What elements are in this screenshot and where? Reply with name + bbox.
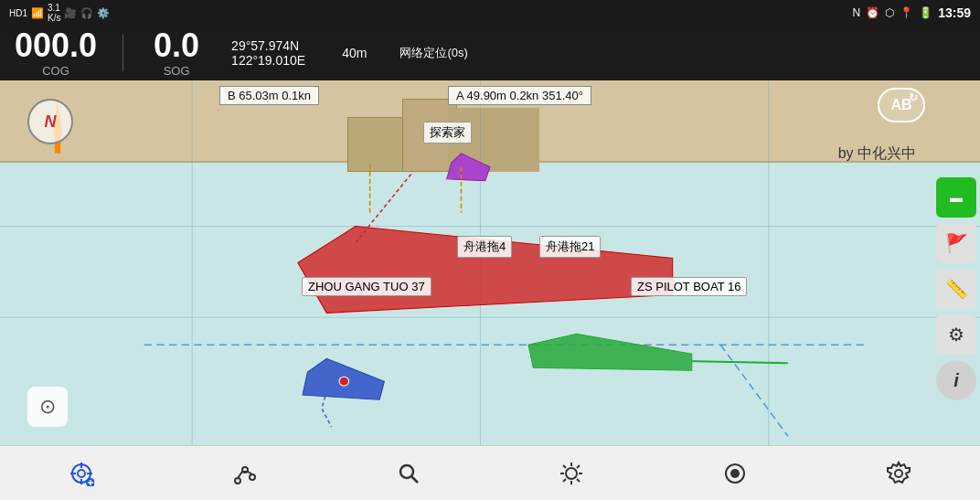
bottom-nav-record[interactable] — [704, 455, 766, 492]
longitude-display: 122°19.010E — [231, 53, 305, 68]
locate-button[interactable]: ⊙ — [27, 387, 68, 427]
svg-point-16 — [339, 377, 349, 386]
svg-line-10 — [692, 361, 788, 363]
camera-icon: 🎥 — [64, 7, 77, 19]
sog-label: SOG — [164, 64, 190, 78]
ruler-icon: 📏 — [945, 278, 968, 300]
bottom-nav-route[interactable] — [214, 455, 276, 492]
battery-icon: 🔋 — [919, 6, 932, 19]
svg-point-18 — [78, 470, 85, 477]
altitude-value: 40m — [342, 46, 367, 60]
vessel-zsPilot16-name: ZS PILOT BOAT 16 — [637, 280, 740, 293]
nav-bar: 000.0 COG 0.0 SOG 29°57.974N 122°19.010E… — [0, 26, 980, 80]
vessel-zhougangTuo21-label[interactable]: 舟港拖21 — [539, 236, 601, 258]
data-speed: 3.1K/s — [48, 3, 60, 23]
tools-icon: ⚙ — [948, 324, 964, 346]
tools-button[interactable]: ⚙ — [936, 314, 976, 355]
watermark-text: by 中化兴中 — [838, 145, 916, 161]
settings-gear-icon — [886, 461, 911, 486]
vessel-zhougangTuo37-name: ZHOU GANG TUO 37 — [308, 280, 425, 293]
cog-label: COG — [42, 64, 69, 78]
svg-point-31 — [566, 468, 577, 479]
headphone-icon: 🎧 — [80, 7, 93, 19]
ruler-button[interactable]: 📏 — [936, 269, 976, 309]
map-svg — [0, 80, 980, 445]
watermark: by 中化兴中 — [838, 144, 916, 164]
vessel-zhougangTuo37-label[interactable]: ZHOU GANG TUO 37 — [302, 277, 431, 296]
flag-icon: 🚩 — [945, 232, 968, 254]
record-icon — [722, 461, 748, 486]
vessel-zhougangTuo21-name: 舟港拖21 — [546, 239, 594, 253]
svg-point-41 — [730, 469, 740, 478]
status-right: N ⏰ ⬡ 📍 🔋 13:59 — [853, 5, 971, 20]
bluetooth-icon: ⬡ — [885, 6, 894, 19]
ab-arrow: ↻ — [909, 91, 918, 104]
coordinates-block: 29°57.974N 122°19.010E — [231, 38, 305, 68]
search-icon — [396, 461, 421, 486]
bottom-nav — [0, 445, 980, 500]
svg-line-30 — [411, 476, 418, 483]
map-area[interactable]: AB ↻ N B 65.03m 0.1kn A 49.90m 0.2kn 351… — [0, 80, 980, 445]
alarm-icon: ⏰ — [866, 6, 879, 19]
vessel-b-label: B 65.03m 0.1kn — [219, 86, 319, 105]
svg-line-39 — [563, 479, 566, 482]
flag-button[interactable]: 🚩 — [936, 223, 976, 263]
sog-block: 0.0 SOG — [149, 29, 204, 78]
status-left: HD1 📶 3.1K/s 🎥 🎧 ⚙️ — [9, 3, 110, 23]
location-icon: 📍 — [900, 6, 913, 19]
green-indicator-button[interactable]: ▬ — [936, 177, 976, 218]
svg-line-6 — [720, 345, 788, 436]
svg-point-42 — [895, 470, 902, 477]
north-label: N — [45, 112, 57, 132]
status-bar: HD1 📶 3.1K/s 🎥 🎧 ⚙️ N ⏰ ⬡ 📍 🔋 13:59 — [0, 0, 980, 26]
gps-status: 网络定位(0s) — [399, 45, 467, 61]
nav-divider-1 — [122, 35, 123, 71]
bottom-nav-settings[interactable] — [868, 455, 930, 492]
info-icon: i — [953, 370, 959, 391]
signal-bars: 📶 — [31, 7, 44, 19]
svg-line-37 — [577, 479, 580, 482]
locate-icon: ⊙ — [39, 395, 56, 419]
latitude-display: 29°57.974N — [231, 38, 305, 53]
green-icon: ▬ — [950, 190, 963, 205]
vessel-a-label: A 49.90m 0.2kn 351.40° — [448, 86, 591, 105]
bottom-nav-sun[interactable] — [540, 455, 602, 492]
right-toolbar: ▬ 🚩 📏 ⚙ i — [932, 172, 980, 406]
time-display: 13:59 — [938, 5, 971, 20]
bottom-nav-target[interactable] — [50, 455, 112, 492]
vessel-b-text: B 65.03m 0.1kn — [228, 89, 311, 102]
vessel-a-text: A 49.90m 0.2kn 351.40° — [456, 89, 583, 102]
svg-line-38 — [577, 465, 580, 468]
vessel-tasuojia-name: 探索家 — [430, 125, 465, 139]
settings-icon-small: ⚙️ — [97, 7, 110, 19]
info-button[interactable]: i — [936, 360, 976, 400]
svg-marker-9 — [528, 334, 692, 370]
sun-icon — [559, 461, 584, 486]
route-icon — [232, 461, 258, 486]
nfc-icon: N — [853, 6, 861, 19]
altitude-block: 40m — [342, 46, 367, 60]
vessel-zhougangTuo4-name: 舟港拖4 — [463, 239, 506, 253]
svg-point-28 — [250, 474, 255, 480]
svg-point-26 — [235, 478, 240, 484]
cog-block: 000.0 COG — [15, 29, 97, 78]
svg-point-29 — [400, 465, 413, 478]
ab-button[interactable]: AB ↻ — [878, 88, 925, 122]
vessel-zhougangTuo4-label[interactable]: 舟港拖4 — [457, 236, 512, 258]
bottom-nav-search[interactable] — [378, 455, 440, 492]
signal-icon: HD1 — [9, 8, 27, 18]
target-icon — [69, 461, 94, 486]
vessel-tasuojia-label[interactable]: 探索家 — [423, 122, 472, 144]
gps-label: 网络定位(0s) — [399, 46, 467, 59]
svg-marker-12 — [447, 154, 490, 181]
svg-line-36 — [563, 465, 566, 468]
cog-value: 000.0 — [15, 29, 97, 62]
sog-value: 0.0 — [154, 29, 199, 62]
vessel-zsPilot16-label[interactable]: ZS PILOT BOAT 16 — [631, 277, 747, 296]
compass[interactable]: N — [27, 99, 73, 144]
